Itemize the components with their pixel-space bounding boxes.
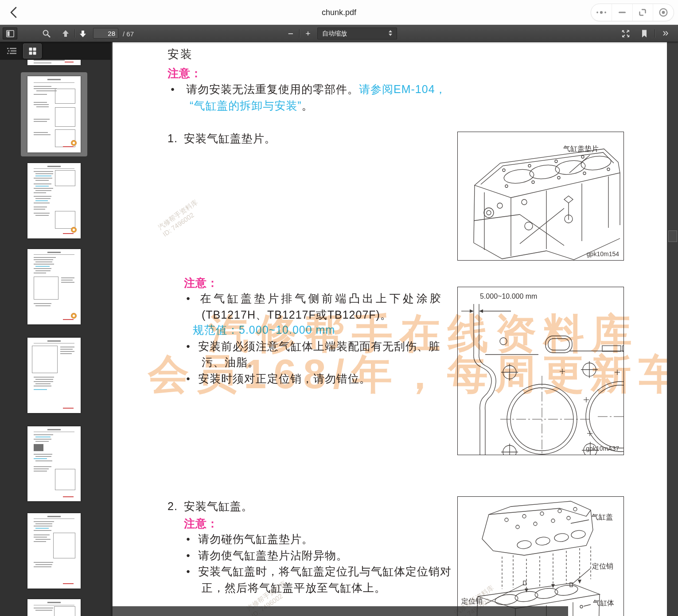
thumbnail-content-block (60, 353, 72, 354)
page-number-input[interactable] (93, 28, 118, 39)
thumbnail-content-block (34, 88, 57, 89)
arrow-down-icon (79, 30, 87, 38)
thumbnail-content-block (35, 198, 51, 199)
current-view-bookmark-button[interactable] (638, 28, 651, 39)
search-button[interactable] (41, 28, 52, 39)
thumbnail-page[interactable] (27, 76, 81, 152)
notice-bullet: 请勿使气缸盖垫片沾附异物。 (186, 548, 348, 563)
section-heading: 安装 (168, 47, 193, 62)
thumbnail-content-block (35, 261, 52, 262)
zoom-level-select[interactable]: 自动缩放 (317, 27, 397, 39)
vertical-scrollbar-thumb[interactable] (668, 230, 677, 242)
close-home-button[interactable] (653, 4, 674, 21)
thumbnail-content-block (34, 121, 47, 122)
thumbnail-content-block (34, 102, 47, 103)
thumbnail-content-block (34, 381, 53, 382)
thumbnail-content-block (34, 389, 47, 390)
thumbnail-content-block (34, 188, 53, 189)
thumbnail-content-block (34, 534, 50, 535)
document-title: chunk.pdf (0, 0, 678, 25)
more-options-button[interactable] (591, 4, 612, 21)
pdf-viewer: 安装 注意： 请勿安装无法重复使用的零部件。请参阅EM-104， “气缸盖的拆卸… (112, 42, 678, 616)
thumbnail-content-block (35, 200, 48, 201)
notice-label: 注意： (168, 66, 202, 81)
previous-page-button[interactable] (59, 28, 72, 39)
arrow-up-icon (62, 30, 70, 38)
thumbnails-grid-icon (29, 47, 36, 55)
thumbnail-content-block (55, 211, 75, 229)
figure-callout: 气缸盖垫片 (563, 144, 599, 154)
thumbnail-content-block (35, 564, 52, 565)
reference-link[interactable]: 请参阅EM-104， (359, 83, 447, 95)
thumbnail-content-block (47, 429, 61, 430)
thumbnail-page[interactable] (27, 426, 81, 501)
thumbnail-content-block (34, 86, 51, 87)
thumbnail-content-block (71, 227, 77, 233)
thumbnail-content-block (34, 264, 54, 265)
thumbnail-content-block (34, 134, 51, 135)
sidebar-resizer[interactable] (111, 42, 112, 616)
thumbnail-page[interactable] (27, 338, 81, 413)
minimize-button[interactable] (612, 4, 632, 21)
thumbnail-content-block (34, 273, 46, 273)
thumbnail-content-block (34, 386, 51, 386)
thumbnail-content-block (63, 408, 74, 409)
thumbnail-page[interactable] (27, 599, 81, 616)
thumbnail-content-block (35, 186, 49, 187)
thumbnail-content-block (55, 89, 75, 104)
thumbnail-content-block (34, 94, 47, 95)
thumbnail-content-block (34, 432, 74, 432)
outline-view-button[interactable] (4, 44, 19, 58)
small-watermark: 汽修帮手资料库ID: 7496002 (156, 198, 204, 238)
thumbnail-content-block (34, 439, 51, 440)
step-text: 安装气缸盖垫片。 (184, 132, 276, 144)
toggle-sidebar-button[interactable] (3, 27, 17, 39)
thumbnail-page[interactable] (27, 59, 81, 65)
thumbnail-content-block (34, 444, 43, 451)
thumbnail-content-block (53, 533, 75, 558)
thumbnail-content-block (63, 583, 74, 584)
thumbnail-content-block (47, 166, 61, 167)
thumbnail-content-block (34, 562, 53, 563)
thumbnail-content-block (34, 468, 49, 469)
dimension-label: 5.000~10.000 mm (480, 292, 537, 300)
next-page-button[interactable] (77, 28, 89, 39)
thumbnail-content-block (35, 215, 49, 216)
thumbnail-content-block (34, 203, 50, 203)
thumbnail-page[interactable] (27, 249, 81, 324)
watermark-line-2: 会员168/年，每周更新车型 (148, 347, 667, 402)
notice-bullet: 请勿碰伤气缸盖垫片。 (186, 532, 313, 546)
thumbnail-content-block (35, 523, 52, 524)
thumbnail-content-block (34, 608, 53, 608)
notice-bullet: 请勿安装无法重复使用的零部件。请参阅EM-104， (171, 82, 447, 97)
reference-link[interactable]: “气缸盖的拆卸与安装” (190, 99, 302, 112)
thumbnail-page[interactable] (27, 513, 81, 589)
secondary-toolbar-button[interactable]: » (659, 26, 673, 39)
thumbnail-content-block (34, 82, 74, 83)
thumbnail-content-block (34, 268, 51, 269)
zoom-out-button[interactable]: − (284, 28, 297, 39)
thumbnail-content-block (34, 183, 51, 184)
restore-window-button[interactable] (632, 4, 653, 21)
pdf-page: 安装 注意： 请勿安装无法重复使用的零部件。请参阅EM-104， “气缸盖的拆卸… (113, 42, 667, 616)
thumbnails-view-button[interactable] (23, 43, 42, 58)
thumbnail-content-block (34, 566, 51, 567)
thumbnail-content-block (61, 277, 74, 278)
thumbnail-page[interactable] (27, 163, 81, 238)
viewer-content: 安装 注意： 请勿安装无法重复使用的零部件。请参阅EM-104， “气缸盖的拆卸… (0, 42, 678, 616)
thumbnail-content-block (34, 377, 54, 378)
thumbnail-content-block (35, 180, 49, 181)
thumbnail-content-block (34, 209, 45, 210)
thumbnail-content-block (47, 79, 61, 80)
thumbnail-content-block (34, 541, 46, 542)
thumbnail-content-block (34, 466, 51, 467)
presentation-mode-button[interactable] (620, 28, 632, 39)
thumbnail-content-block (71, 313, 77, 319)
thumbnail-content-block (47, 252, 61, 253)
thumbnail-content-block (34, 60, 65, 61)
figure-callout: 气缸体 (593, 599, 614, 608)
step-2: 2.安装气缸盖。 (168, 499, 253, 514)
thumbnail-content-block (54, 606, 75, 616)
zoom-in-button[interactable]: + (302, 28, 314, 39)
figure-callout: 气缸盖 (592, 513, 613, 522)
